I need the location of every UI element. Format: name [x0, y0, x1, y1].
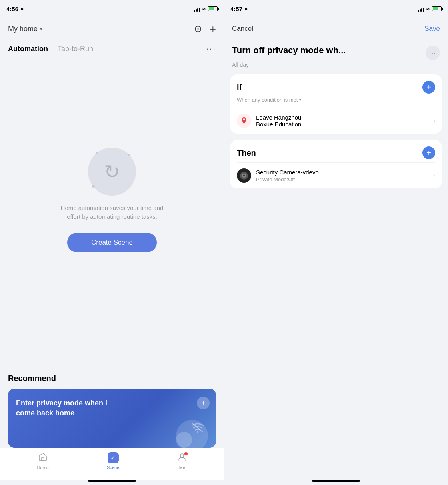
if-card: If + When any condition is met ▾ Leave H… [230, 74, 442, 134]
left-panel: 4:56 ► ≈ My home ▼ ⊙ + Automatio [0, 0, 224, 485]
condition-item-location[interactable]: Leave Hangzhou Boxue Education › [230, 108, 442, 134]
empty-description: Home automation saves your time and effo… [56, 204, 168, 222]
home-nav-label: Home [37, 465, 49, 470]
if-subtitle: When any condition is met ▾ [230, 97, 442, 108]
if-title: If [237, 83, 242, 92]
then-card: Then + Security Camera-vdevo Private Mod… [230, 140, 442, 188]
check-icon: ✓ [110, 454, 116, 461]
left-time: 4:56 [6, 6, 18, 12]
right-spacer [224, 195, 448, 480]
recommend-title: Recommend [8, 374, 216, 383]
svg-point-4 [243, 118, 245, 120]
subtitle-arrow-icon: ▾ [299, 98, 301, 102]
nav-home[interactable]: Home [37, 452, 49, 470]
sparkle-icon [128, 154, 130, 156]
automation-title: Turn off privacy mode wh... [232, 45, 422, 56]
if-add-button[interactable]: + [422, 81, 435, 94]
if-add-icon: + [426, 83, 431, 91]
left-status-left: 4:56 ► [6, 6, 25, 12]
recommend-card[interactable]: Enter privacy mode when I come back home… [8, 389, 216, 448]
left-status-right: ≈ [194, 6, 218, 12]
action-item-camera[interactable]: Security Camera-vdevo Private Mode:Off › [230, 163, 442, 188]
left-home-indicator [88, 480, 136, 482]
right-home-indicator [312, 480, 360, 482]
card-person-icon [176, 432, 192, 448]
camera-action-icon [237, 168, 251, 183]
action-chevron-icon: › [433, 172, 435, 179]
title-more-icon: ··· [429, 50, 436, 56]
nav-me[interactable]: Me [177, 452, 187, 470]
svg-point-3 [180, 454, 184, 457]
right-status-left: 4:57 ► [230, 6, 249, 12]
me-nav-label: Me [179, 465, 185, 470]
right-status-bar: 4:57 ► ≈ [224, 0, 448, 18]
right-wifi-icon: ≈ [426, 6, 430, 12]
recommend-card-text: Enter privacy mode when I come back home [16, 398, 112, 418]
right-signal-icon [418, 6, 424, 12]
nav-scene[interactable]: ✓ Scene [107, 452, 119, 470]
condition-chevron-icon: › [433, 117, 435, 124]
condition-text: Leave Hangzhou Boxue Education [256, 114, 430, 128]
right-panel: 4:57 ► ≈ Cancel Save Turn off privacy mo… [224, 0, 448, 485]
svg-rect-2 [42, 458, 44, 460]
target-icon[interactable]: ⊙ [194, 23, 202, 34]
right-battery-icon [432, 6, 442, 11]
me-badge [177, 452, 187, 463]
my-home-label: My home [8, 25, 38, 33]
left-location-icon: ► [20, 6, 25, 12]
me-notification-dot [184, 452, 188, 455]
save-button[interactable]: Save [424, 25, 440, 33]
scene-nav-label: Scene [107, 465, 119, 470]
svg-point-0 [197, 431, 198, 433]
location-condition-icon [237, 114, 251, 128]
create-scene-button[interactable]: Create Scene [67, 233, 157, 252]
header-icons: ⊙ + [194, 23, 216, 35]
then-title: Then [237, 148, 256, 158]
scene-check-box: ✓ [108, 452, 119, 463]
left-battery-icon [208, 6, 218, 11]
recommend-add-button[interactable]: + [197, 397, 210, 409]
automation-title-row: Turn off privacy mode wh... ··· [224, 40, 448, 62]
recommend-section: Recommend Enter privacy mode when I come… [0, 366, 224, 448]
recommend-add-icon: + [201, 399, 206, 407]
then-add-icon: + [426, 149, 431, 157]
add-icon[interactable]: + [210, 23, 216, 35]
bottom-nav: Home ✓ Scene Me [0, 448, 224, 480]
right-location-icon: ► [244, 6, 249, 12]
left-header: My home ▼ ⊙ + [0, 18, 224, 40]
action-sub: Private Mode:Off [256, 176, 430, 182]
sparkle-icon [96, 152, 98, 154]
title-more-button[interactable]: ··· [426, 46, 440, 60]
empty-state: ↻ Home automation saves your time and ef… [0, 58, 224, 366]
loop-icon: ↻ [104, 160, 120, 183]
right-header: Cancel Save [224, 18, 448, 40]
home-icon [38, 452, 48, 464]
my-home-button[interactable]: My home ▼ [8, 25, 43, 33]
then-add-button[interactable]: + [422, 146, 435, 159]
tab-tap-to-run[interactable]: Tap-to-Run [58, 45, 93, 53]
automation-time: All day [224, 62, 448, 74]
if-card-header: If + [230, 74, 442, 97]
tabs-bar: Automation Tap-to-Run ··· [0, 40, 224, 58]
dropdown-arrow-icon: ▼ [39, 27, 43, 31]
action-text: Security Camera-vdevo Private Mode:Off [256, 169, 430, 182]
right-time: 4:57 [230, 6, 242, 12]
right-status-right: ≈ [418, 6, 442, 12]
then-card-header: Then + [230, 140, 442, 162]
left-signal-icon [194, 6, 200, 12]
tabs-more-icon[interactable]: ··· [206, 44, 216, 54]
sparkle-icon [92, 185, 95, 188]
empty-illustration: ↻ [88, 148, 136, 196]
left-status-bar: 4:56 ► ≈ [0, 0, 224, 18]
action-name: Security Camera-vdevo [256, 169, 430, 176]
left-wifi-icon: ≈ [202, 6, 206, 12]
card-wifi-icon [191, 422, 204, 436]
tab-automation[interactable]: Automation [8, 45, 48, 53]
cancel-button[interactable]: Cancel [232, 25, 253, 33]
